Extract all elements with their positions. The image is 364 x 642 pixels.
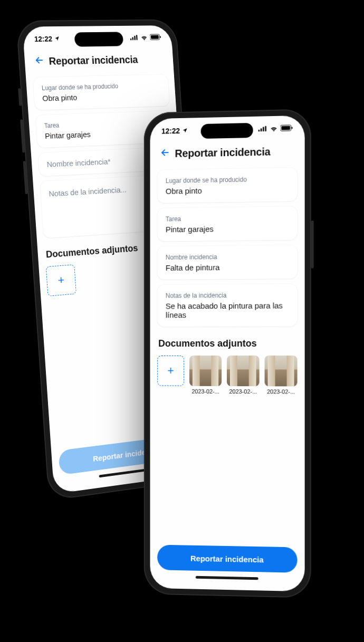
- battery-icon: [281, 124, 293, 133]
- field-tarea[interactable]: Tarea Pintar garajes: [157, 206, 297, 241]
- dynamic-island: [74, 32, 124, 46]
- battery-icon: [150, 33, 161, 41]
- back-button[interactable]: [33, 54, 49, 68]
- field-value: Obra pinto: [42, 91, 162, 103]
- svg-rect-5: [151, 35, 159, 39]
- field-label: Lugar donde se ha producido: [166, 175, 289, 185]
- field-value: Obra pinto: [166, 185, 289, 196]
- field-label: Nombre incidencia: [166, 253, 289, 261]
- svg-rect-1: [132, 37, 133, 40]
- field-value: Falta de pintura: [166, 262, 289, 272]
- field-lugar[interactable]: Lugar donde se ha producido Obra pinto: [33, 74, 169, 110]
- wifi-icon: [270, 124, 278, 133]
- location-icon: [54, 35, 60, 43]
- attachment-item[interactable]: 2023-02-...: [227, 356, 260, 395]
- attachment-thumbnail: [189, 356, 222, 386]
- attachment-filename: 2023-02-...: [265, 388, 298, 395]
- svg-rect-9: [261, 128, 262, 131]
- field-label: Tarea: [166, 214, 289, 223]
- svg-rect-3: [136, 35, 138, 40]
- attachments-section-title: Documentos adjuntos: [158, 338, 296, 349]
- status-time: 12:22: [161, 127, 180, 136]
- attachment-item[interactable]: 2023-02-...: [265, 356, 298, 395]
- attachment-filename: 2023-02-...: [189, 388, 222, 395]
- cellular-icon: [130, 34, 138, 42]
- field-lugar[interactable]: Lugar donde se ha producido Obra pinto: [157, 168, 297, 203]
- device-mockup-right: 12:22 Reportar incidenc: [144, 109, 311, 598]
- field-value: Pintar garajes: [166, 224, 289, 234]
- add-attachment-button[interactable]: +: [157, 356, 184, 386]
- svg-rect-14: [292, 127, 293, 129]
- submit-button[interactable]: Reportar incidencia: [157, 545, 297, 573]
- field-notas-incidencia[interactable]: Notas de la incidencia Se ha acabado la …: [157, 284, 297, 327]
- svg-rect-13: [281, 126, 290, 130]
- cellular-icon: [258, 124, 267, 133]
- svg-rect-11: [265, 126, 266, 131]
- svg-rect-0: [130, 39, 132, 40]
- location-icon: [182, 127, 188, 135]
- field-nombre-incidencia[interactable]: Nombre incidencia Falta de pintura: [157, 245, 297, 280]
- wifi-icon: [140, 34, 148, 42]
- status-time: 12:22: [34, 35, 53, 43]
- attachment-thumbnail: [227, 356, 260, 386]
- plus-icon: +: [58, 273, 65, 287]
- svg-rect-2: [134, 36, 136, 40]
- svg-rect-6: [160, 36, 161, 38]
- back-button[interactable]: [159, 147, 175, 160]
- page-title: Reportar incidencia: [49, 54, 138, 67]
- page-title: Reportar incidencia: [175, 146, 270, 159]
- field-label: Lugar donde se ha producido: [42, 82, 161, 92]
- attachment-filename: 2023-02-...: [227, 388, 260, 395]
- svg-rect-8: [258, 130, 260, 131]
- attachment-item[interactable]: 2023-02-...: [189, 356, 222, 395]
- add-attachment-button[interactable]: +: [46, 264, 76, 296]
- field-label: Notas de la incidencia: [166, 291, 289, 299]
- attachment-thumbnail: [265, 356, 298, 386]
- svg-rect-10: [263, 127, 264, 132]
- dynamic-island: [201, 123, 253, 139]
- field-value: Se ha acabado la pintura para las líneas: [166, 301, 289, 319]
- plus-icon: +: [167, 364, 174, 378]
